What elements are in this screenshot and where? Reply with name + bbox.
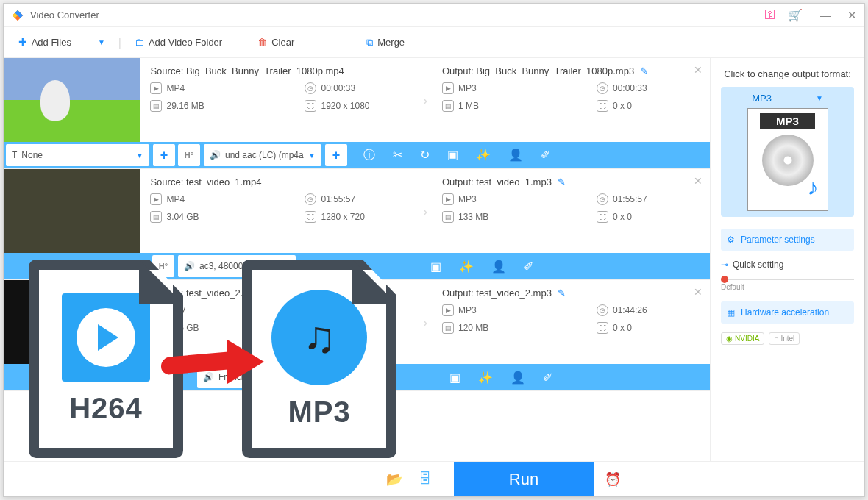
edit-tool-icon[interactable]: ✐ <box>541 148 550 163</box>
parameter-settings-button[interactable]: ⚙ Parameter settings <box>721 229 854 251</box>
clear-button[interactable]: 🗑 Clear <box>257 37 294 48</box>
src-format: MKV <box>166 305 185 315</box>
edit-icon[interactable]: ✎ <box>558 176 566 188</box>
effects-icon[interactable]: ✨ <box>476 148 491 163</box>
video-thumbnail[interactable] <box>4 58 140 142</box>
src-size: 29.16 MB <box>166 101 204 111</box>
clock-icon: ◷ <box>305 82 316 94</box>
music-note-icon: ♪ <box>808 175 819 200</box>
output-filename: Big_Buck_Bunny_Trailer_1080p.mp3 <box>476 65 634 76</box>
nvidia-chip[interactable]: ◉NVIDIA <box>721 332 764 345</box>
size-icon: ▤ <box>442 322 454 334</box>
intel-icon: ○ <box>774 335 778 343</box>
source-filename: Big_Buck_Bunny_Trailer_1080p.mp4 <box>186 65 344 76</box>
minimize-button[interactable]: — <box>820 9 831 22</box>
format-icon: ▶ <box>150 82 162 94</box>
cart-icon[interactable]: 🛒 <box>788 8 803 22</box>
chevron-down-icon: ▼ <box>308 151 316 160</box>
clock-icon: ◷ <box>597 304 608 316</box>
src-duration: 01:44:26 <box>321 305 355 315</box>
add-files-label: Add Files <box>32 37 71 48</box>
video-thumbnail[interactable] <box>4 169 140 253</box>
watermark-icon[interactable]: 👤 <box>508 148 523 163</box>
src-format: MP4 <box>166 194 185 204</box>
src-resolution: 1280 x 720 <box>321 212 364 222</box>
info-icon[interactable]: ⓘ <box>363 148 375 163</box>
toolbar: + Add Files ▼ | 🗀 Add Video Folder 🗑 Cle… <box>4 27 864 58</box>
src-format: MP4 <box>166 83 185 93</box>
settings-icon: ⚙ <box>727 235 735 245</box>
add-subtitle-button[interactable]: + <box>153 144 175 166</box>
slider-default-label: Default <box>721 283 854 291</box>
merge-button[interactable]: ⧉ Merge <box>366 37 405 49</box>
out-size: 133 MB <box>458 212 488 222</box>
format-name: MP3 <box>752 93 772 104</box>
src-size: 3.04 GB <box>166 212 199 222</box>
resolution-icon: ⛶ <box>305 100 316 112</box>
rotate-icon[interactable]: ↻ <box>420 148 430 163</box>
intel-chip[interactable]: ○Intel <box>769 332 800 345</box>
disc-icon <box>762 135 814 186</box>
audio-select[interactable]: 🔊ac3, 48000 Hz, 5.1( <box>178 255 296 277</box>
remove-item-button[interactable]: ✕ <box>694 286 702 298</box>
subtitle-select[interactable]: TNone▼ <box>6 144 149 166</box>
quality-slider[interactable] <box>721 279 854 280</box>
hd-button[interactable]: H° <box>178 144 200 166</box>
watermark-icon[interactable]: 👤 <box>491 260 506 274</box>
effects-icon[interactable]: ✨ <box>478 371 493 385</box>
edit-icon[interactable]: ✎ <box>640 65 648 76</box>
output-label: Output: <box>442 176 474 188</box>
chevron-down-icon: ▼ <box>816 94 823 102</box>
list-item: Source: test_video_2.mkv ▶MKV ◷01:44:26 … <box>4 280 710 391</box>
format-thumbnail: MP3 ♪ <box>747 108 828 211</box>
crop-icon[interactable]: ▣ <box>449 371 460 385</box>
close-button[interactable]: ✕ <box>847 9 857 22</box>
clock-icon: ◷ <box>597 193 608 205</box>
resolution-icon: ⛶ <box>597 322 608 334</box>
output-panel: ✕ Output: Big_Buck_Bunny_Trailer_1080p.m… <box>432 58 710 142</box>
size-icon: ▤ <box>150 322 162 334</box>
add-audio-button[interactable]: + <box>325 144 347 166</box>
item-toolbar: H° 🔊ac3, 48000 Hz, 5.1( ▣ ✨ 👤 ✐ <box>4 253 710 279</box>
output-format-card[interactable]: MP3▼ MP3 ♪ <box>721 87 854 217</box>
titlebar: Video Converter ⚿ 🛒 — ✕ <box>4 4 864 27</box>
edit-icon[interactable]: ✎ <box>558 288 566 299</box>
size-icon: ▤ <box>150 100 162 112</box>
edit-tool-icon[interactable]: ✐ <box>524 260 533 274</box>
edit-tool-icon[interactable]: ✐ <box>543 371 552 385</box>
remove-item-button[interactable]: ✕ <box>694 175 702 187</box>
video-thumbnail[interactable] <box>4 280 140 364</box>
archive-icon[interactable]: 🗄 <box>419 471 432 487</box>
crop-icon[interactable]: ▣ <box>447 148 458 163</box>
add-files-button[interactable]: + Add Files ▼ <box>18 34 105 51</box>
audio-select[interactable]: 🔊und aac (LC) (mp4a▼ <box>204 144 321 166</box>
watermark-icon[interactable]: 👤 <box>511 371 525 385</box>
output-label: Output: <box>442 288 474 299</box>
format-icon: ▶ <box>150 304 162 316</box>
crop-icon[interactable]: ▣ <box>430 260 441 274</box>
window-controls: — ✕ <box>820 9 857 22</box>
subtitle-value: None <box>21 150 132 160</box>
folder-open-icon[interactable]: 📂 <box>386 471 402 488</box>
arrow-icon: › <box>418 58 432 142</box>
key-icon[interactable]: ⚿ <box>764 8 776 22</box>
cut-icon[interactable]: ✂ <box>393 148 402 163</box>
hd-button[interactable]: H° <box>152 255 174 277</box>
run-button[interactable]: Run <box>454 462 594 496</box>
slider-icon: ⊸ <box>721 260 728 270</box>
app-logo-icon <box>11 9 24 22</box>
add-folder-button[interactable]: 🗀 Add Video Folder <box>135 37 222 48</box>
alarm-button[interactable]: ⏰ <box>594 462 632 496</box>
item-toolbar: 🔊French ac3, 48000 ▣ ✨ 👤 ✐ <box>4 364 710 390</box>
out-duration: 00:00:33 <box>613 83 647 93</box>
subtitle-icon: T <box>12 150 17 160</box>
source-filename: test_video_2.mkv <box>186 288 260 299</box>
remove-item-button[interactable]: ✕ <box>694 64 702 76</box>
out-format: MP3 <box>458 194 477 204</box>
divider: | <box>118 36 121 49</box>
hardware-accel-button[interactable]: ▦ Hardware acceleration <box>721 301 854 324</box>
audio-select[interactable]: 🔊French ac3, 48000 <box>197 366 315 388</box>
audio-value: ac3, 48000 Hz, 5.1( <box>199 261 290 271</box>
src-duration: 00:00:33 <box>321 83 355 93</box>
effects-icon[interactable]: ✨ <box>459 260 474 274</box>
